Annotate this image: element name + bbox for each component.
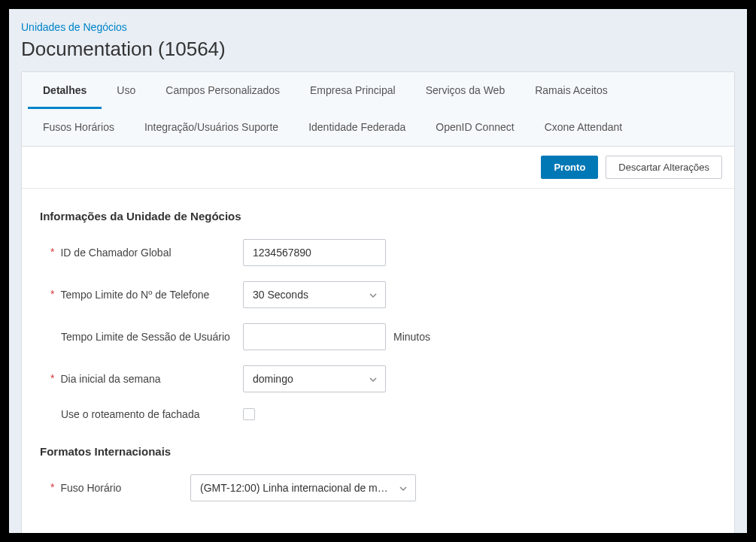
row-phone-timeout: * Tempo Limite do Nº de Telefone 30 Seco… — [40, 281, 716, 308]
chevron-down-icon — [369, 290, 378, 299]
required-icon: * — [50, 288, 54, 301]
start-day-select[interactable]: domingo — [243, 365, 386, 392]
tab-uso[interactable]: Uso — [102, 72, 150, 109]
row-caller-id: * ID de Chamador Global — [40, 239, 716, 266]
timezone-select[interactable]: (GMT-12:00) Linha internacional de mudan… — [190, 474, 416, 501]
tab-fusos-horarios[interactable]: Fusos Horários — [28, 109, 129, 146]
tab-empresa-principal[interactable]: Empresa Principal — [295, 72, 411, 109]
label-session-timeout: Tempo Limite de Sessão de Usuário — [40, 330, 243, 344]
tab-openid[interactable]: OpenID Connect — [421, 109, 529, 146]
page-title: Documentation (10564) — [21, 38, 735, 61]
action-bar: Pronto Descartar Alterações — [22, 147, 734, 189]
label-timezone: * Fuso Horário — [40, 481, 190, 495]
required-icon: * — [50, 481, 54, 494]
session-timeout-suffix: Minutos — [393, 331, 430, 343]
descartar-button[interactable]: Descartar Alterações — [606, 156, 722, 179]
pronto-button[interactable]: Pronto — [541, 156, 598, 179]
label-phone-timeout: * Tempo Limite do Nº de Telefone — [40, 288, 243, 301]
label-facade-routing: Use o roteamento de fachada — [40, 407, 243, 421]
required-icon: * — [50, 246, 54, 259]
tab-detalhes[interactable]: Detalhes — [28, 72, 102, 109]
tabs-row-1: Detalhes Uso Campos Personalizados Empre… — [28, 72, 728, 109]
tabs-row-2: Fusos Horários Integração/Usuários Supor… — [28, 109, 728, 146]
section-heading-info: Informações da Unidade de Negócios — [40, 210, 716, 223]
main-panel: Detalhes Uso Campos Personalizados Empre… — [21, 71, 735, 533]
form-area: Informações da Unidade de Negócios * ID … — [22, 189, 734, 533]
tab-ramais-aceitos[interactable]: Ramais Aceitos — [520, 72, 622, 109]
row-facade-routing: Use o roteamento de fachada — [40, 407, 716, 421]
chevron-down-icon — [369, 374, 378, 383]
tabs-container: Detalhes Uso Campos Personalizados Empre… — [22, 72, 734, 147]
facade-routing-checkbox[interactable] — [243, 408, 255, 420]
breadcrumb-link[interactable]: Unidades de Negócios — [21, 21, 735, 33]
label-start-day: * Dia inicial da semana — [40, 372, 243, 386]
phone-timeout-select[interactable]: 30 Seconds — [243, 281, 386, 308]
chevron-down-icon — [399, 483, 408, 492]
session-timeout-input[interactable] — [243, 323, 386, 350]
row-session-timeout: Tempo Limite de Sessão de Usuário Minuto… — [40, 323, 716, 350]
section-heading-formatos: Formatos Internacionais — [40, 445, 716, 458]
tab-servicos-web[interactable]: Serviços da Web — [411, 72, 521, 109]
tab-integracao[interactable]: Integração/Usuários Suporte — [129, 109, 293, 146]
tab-campos-personalizados[interactable]: Campos Personalizados — [150, 72, 295, 109]
label-caller-id: * ID de Chamador Global — [40, 246, 243, 259]
page-container: Unidades de Negócios Documentation (1056… — [9, 9, 747, 533]
caller-id-input[interactable] — [243, 239, 386, 266]
tab-cxone-attendant[interactable]: Cxone Attendant — [530, 109, 638, 146]
row-start-day: * Dia inicial da semana domingo — [40, 365, 716, 392]
required-icon: * — [50, 372, 54, 385]
row-timezone: * Fuso Horário (GMT-12:00) Linha interna… — [40, 474, 716, 501]
tab-identidade-federada[interactable]: Identidade Federada — [293, 109, 421, 146]
